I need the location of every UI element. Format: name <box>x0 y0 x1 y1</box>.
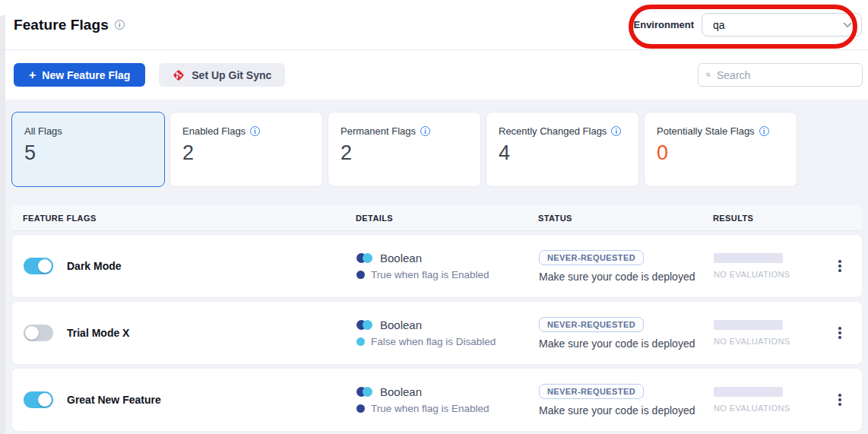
stat-cards: All Flags 5 Enabled Flags 2 Permanent Fl… <box>11 112 863 187</box>
row-menu-icon[interactable] <box>831 391 849 409</box>
flag-type: Boolean <box>380 385 422 398</box>
results-placeholder-bar <box>714 387 783 397</box>
stat-label: Enabled Flags <box>182 125 246 137</box>
toolbar: + New Feature Flag Set Up Git Sync <box>0 50 868 100</box>
stat-value: 5 <box>24 141 152 165</box>
status-badge: NEVER-REQUESTED <box>539 250 644 265</box>
environment-label: Environment <box>634 19 694 30</box>
stat-value: 2 <box>341 141 468 165</box>
search-input[interactable] <box>717 69 854 81</box>
environment-control: Environment qa <box>634 13 862 36</box>
results-placeholder-bar <box>714 253 783 263</box>
flag-name[interactable]: Dark Mode <box>67 260 122 272</box>
results-text: NO EVALUATIONS <box>714 404 783 413</box>
stat-label: Permanent Flags <box>341 125 416 137</box>
feature-flags-page: Feature Flags Environment qa + New Featu… <box>0 0 868 434</box>
flag-type-detail: False when flag is Disabled <box>371 336 496 347</box>
stat-value: 4 <box>499 141 626 165</box>
stat-card-all-flags[interactable]: All Flags 5 <box>11 112 165 187</box>
info-icon[interactable] <box>115 20 125 30</box>
stat-label: Potentially Stale Flags <box>657 125 755 137</box>
environment-value: qa <box>713 19 725 31</box>
flag-type-detail: True when flag is Enabled <box>371 269 489 280</box>
search-box[interactable] <box>698 63 863 87</box>
git-icon <box>173 69 185 81</box>
setup-git-sync-label: Set Up Git Sync <box>192 69 271 81</box>
flag-name[interactable]: Trial Mode X <box>67 327 129 339</box>
boolean-type-icon <box>356 320 373 331</box>
boolean-type-icon <box>356 387 373 398</box>
results-text: NO EVALUATIONS <box>714 270 783 279</box>
new-feature-flag-label: New Feature Flag <box>42 69 130 81</box>
row-menu-icon[interactable] <box>831 324 849 342</box>
rule-dot-icon <box>356 271 365 279</box>
column-header-status: STATUS <box>538 214 713 223</box>
flag-type: Boolean <box>380 318 422 331</box>
status-badge: NEVER-REQUESTED <box>539 317 644 332</box>
table-row: Great New Feature Boolean True when flag… <box>11 368 863 432</box>
results-placeholder-bar <box>714 320 783 330</box>
table-header: FEATURE FLAGS DETAILS STATUS RESULTS <box>11 205 863 231</box>
stat-card-potentially-stale-flags[interactable]: Potentially Stale Flags 0 <box>644 112 797 187</box>
table-row: Dark Mode Boolean True when flag is Enab… <box>11 234 863 298</box>
status-badge: NEVER-REQUESTED <box>539 384 644 399</box>
flag-name[interactable]: Great New Feature <box>67 394 161 406</box>
rule-dot-icon <box>356 337 365 346</box>
boolean-type-icon <box>356 253 373 264</box>
plus-icon: + <box>29 69 36 81</box>
left-panel-edge <box>0 15 5 434</box>
status-text: Make sure your code is deployed <box>539 404 714 417</box>
column-header-details: DETAILS <box>356 214 538 223</box>
search-icon <box>706 69 711 81</box>
info-icon[interactable] <box>759 126 769 136</box>
content-area: All Flags 5 Enabled Flags 2 Permanent Fl… <box>0 100 868 434</box>
flag-toggle[interactable] <box>24 258 53 274</box>
flag-toggle[interactable] <box>24 391 53 408</box>
flag-toggle[interactable] <box>24 325 53 341</box>
environment-select[interactable]: qa <box>702 13 862 36</box>
setup-git-sync-button[interactable]: Set Up Git Sync <box>159 63 285 87</box>
status-text: Make sure your code is deployed <box>539 337 714 350</box>
column-header-feature-flags: FEATURE FLAGS <box>23 214 356 223</box>
info-icon[interactable] <box>250 126 260 136</box>
flag-type-detail: True when flag is Enabled <box>371 403 489 414</box>
info-icon[interactable] <box>420 126 430 136</box>
table-row: Trial Mode X Boolean False when flag is … <box>11 301 863 365</box>
chevron-down-icon <box>843 22 852 28</box>
stat-value: 0 <box>657 141 784 165</box>
stat-card-enabled-flags[interactable]: Enabled Flags 2 <box>169 112 323 187</box>
results-text: NO EVALUATIONS <box>714 337 783 346</box>
column-header-results: RESULTS <box>713 214 819 223</box>
page-title: Feature Flags <box>14 17 109 33</box>
page-header: Feature Flags Environment qa <box>0 0 868 50</box>
flag-type: Boolean <box>380 252 422 265</box>
stat-card-recently-changed-flags[interactable]: Recently Changed Flags 4 <box>486 112 639 187</box>
stat-label: Recently Changed Flags <box>499 125 607 137</box>
row-menu-icon[interactable] <box>831 257 849 275</box>
stat-value: 2 <box>182 141 310 165</box>
new-feature-flag-button[interactable]: + New Feature Flag <box>14 63 145 87</box>
status-text: Make sure your code is deployed <box>539 271 714 283</box>
rule-dot-icon <box>356 404 365 413</box>
info-icon[interactable] <box>611 126 621 136</box>
stat-card-permanent-flags[interactable]: Permanent Flags 2 <box>328 112 481 187</box>
stat-label: All Flags <box>24 125 62 137</box>
